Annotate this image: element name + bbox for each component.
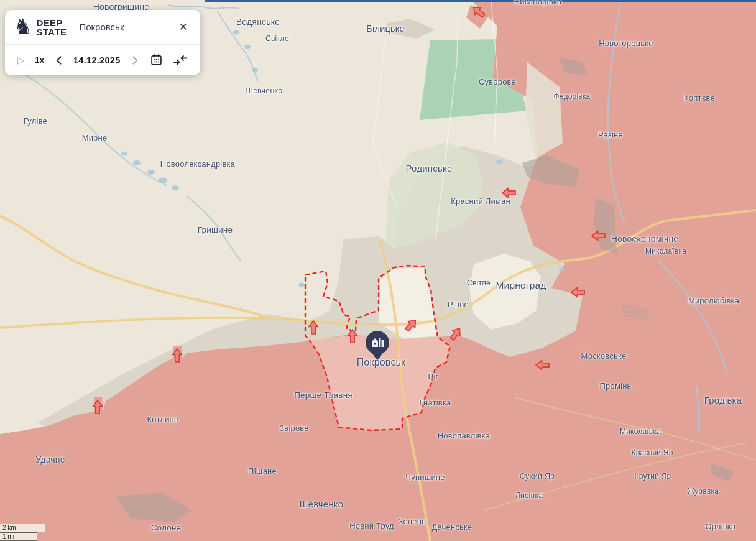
deepstate-map-app: НовогришинеВодянськеСвітлеБілицькеНикано… [0, 0, 756, 541]
chevron-left-icon [55, 55, 63, 65]
brand-line1: DEEP [36, 18, 67, 27]
panel-title: Покровськ [79, 22, 176, 32]
knight-logo-icon: ♞ [14, 16, 32, 37]
scale-bar-mi: 1 mi [0, 532, 37, 541]
jump-to-date-button[interactable] [173, 55, 188, 66]
deepstate-logo[interactable]: ♞ DEEP STATE [14, 18, 67, 37]
calendar-icon [150, 53, 163, 67]
prev-date-button[interactable] [55, 55, 63, 65]
speed-button[interactable]: 1x [35, 55, 44, 65]
calendar-button[interactable] [150, 53, 163, 67]
timeline-panel: ♞ DEEP STATE Покровськ ✕ ▷ 1x 14.12.2025 [5, 10, 200, 75]
brand-line2: STATE [36, 27, 67, 37]
oblast-border-line [205, 0, 756, 2]
next-date-button[interactable] [131, 55, 139, 65]
scale-bar-km: 2 km [0, 524, 45, 532]
converge-arrows-icon [173, 55, 188, 66]
date-display[interactable]: 14.12.2025 [73, 55, 121, 65]
close-icon[interactable]: ✕ [177, 19, 190, 35]
chevron-right-icon [131, 55, 139, 65]
map-canvas[interactable] [0, 0, 756, 541]
play-button[interactable]: ▷ [17, 55, 25, 66]
